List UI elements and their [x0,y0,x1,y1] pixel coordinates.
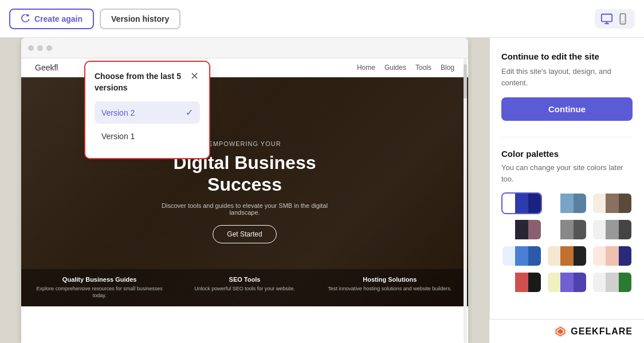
swatch-seg [619,246,631,266]
swatch-seg [560,220,573,239]
swatch-seg [606,220,618,239]
swatch-seg [515,246,528,266]
bottom-bar: GEEKFLARE [489,319,644,343]
version-item-2[interactable]: Version 2 ✓ [95,101,200,124]
swatch-seg [528,246,541,266]
nav-tools[interactable]: Tools [415,64,431,72]
scrollbar-thumb[interactable] [464,64,467,98]
mobile-icon[interactable] [616,13,629,25]
version-history-button[interactable]: Version history [100,9,180,29]
feature-seo: SEO Tools Unlock powerful SEO tools for … [178,276,311,299]
swatch-seg [619,220,631,239]
swatch-seg [548,273,560,292]
hero-get-started-button[interactable]: Get Started [213,225,276,243]
swatch-seg [502,220,515,239]
edit-title: Continue to edit the site [501,52,633,61]
swatch-seg [560,194,573,213]
right-column: Continue to edit the site Edit this site… [489,38,644,343]
feature-hosting-title: Hosting Solutions [323,276,457,283]
browser-mockup: Choose from the last 5 versions ✕ Versio… [21,38,468,343]
swatch-seg [606,273,618,292]
palette-swatch-7[interactable] [501,245,542,267]
swatch-seg [606,194,618,213]
swatch-seg [528,273,541,292]
palette-swatch-1[interactable] [501,192,542,214]
palette-grid [501,192,633,293]
brand-name: GEEKFLARE [571,326,633,337]
hero-desc: Discover tools and guides to elevate you… [153,202,336,216]
palette-swatch-2[interactable] [547,192,587,214]
swatch-seg [560,246,573,266]
swatch-seg [574,220,586,239]
nav-links: Home Guides Tools Blog [357,64,454,72]
swatch-seg [593,246,606,266]
swatch-seg [606,246,618,266]
geekflare-logo-icon [553,325,567,338]
palette-swatch-11[interactable] [547,271,587,293]
palettes-section: Color palettes You can change your site … [501,149,633,293]
palette-swatch-5[interactable] [547,219,587,241]
check-icon: ✓ [186,107,193,118]
swatch-seg [548,194,560,213]
palette-swatch-4[interactable] [501,219,542,241]
palette-swatch-9[interactable] [592,245,633,267]
website-features: Quality Business Guides Explore comprehe… [21,269,468,306]
continue-button[interactable]: Continue [501,97,633,121]
site-logo: Geekfl [35,63,58,72]
swatch-seg [574,194,586,213]
palette-swatch-8[interactable] [547,245,587,267]
swatch-seg [548,220,560,239]
browser-dot-1 [28,45,34,51]
feature-guides: Quality Business Guides Explore comprehe… [33,276,166,299]
version-popup: Choose from the last 5 versions ✕ Versio… [84,61,210,159]
version-item-1[interactable]: Version 1 [95,126,200,147]
popup-header: Choose from the last 5 versions ✕ [95,71,200,93]
swatch-seg [502,194,515,213]
main-layout: Choose from the last 5 versions ✕ Versio… [0,38,644,343]
swatch-seg [619,194,631,213]
hero-subtitle: Empowering Your [208,140,281,147]
swatch-seg [593,194,606,213]
nav-blog[interactable]: Blog [441,64,454,72]
palette-swatch-6[interactable] [592,219,633,241]
brand: GEEKFLARE [553,325,633,338]
swatch-seg [528,220,541,239]
toolbar: Create again Version history [0,0,644,38]
svg-rect-0 [602,14,612,21]
palette-swatch-12[interactable] [592,271,633,293]
svg-point-2 [622,21,623,22]
device-toggle [595,9,635,29]
browser-dot-2 [37,45,43,51]
palettes-title: Color palettes [501,149,633,159]
edit-section: Continue to edit the site Edit this site… [501,52,633,121]
swatch-seg [515,273,528,292]
right-panel: Continue to edit the site Edit this site… [489,38,644,319]
nav-home[interactable]: Home [357,64,375,72]
feature-hosting: Hosting Solutions Test innovative hostin… [323,276,457,299]
swatch-seg [528,194,541,213]
swatch-seg [502,246,515,266]
feature-seo-desc: Unlock powerful SEO tools for your websi… [178,285,311,293]
create-again-button[interactable]: Create again [9,9,94,29]
feature-guides-title: Quality Business Guides [33,276,166,283]
desktop-icon[interactable] [600,13,613,25]
swatch-seg [548,246,560,266]
preview-area: Choose from the last 5 versions ✕ Versio… [0,38,489,343]
palette-swatch-10[interactable] [501,271,542,293]
swatch-seg [619,273,631,292]
nav-guides[interactable]: Guides [384,64,406,72]
feature-seo-title: SEO Tools [178,276,311,283]
popup-title: Choose from the last 5 versions [95,71,189,93]
swatch-seg [574,246,586,266]
popup-close-button[interactable]: ✕ [189,71,200,81]
swatch-seg [574,273,586,292]
palette-swatch-3[interactable] [592,192,633,214]
palettes-desc: You can change your site colors later to… [501,162,633,184]
swatch-seg [515,220,528,239]
swatch-seg [515,194,528,213]
swatch-seg [560,273,573,292]
browser-dot-3 [46,45,52,51]
browser-bar [21,38,468,58]
scrollbar[interactable] [464,58,467,343]
feature-guides-desc: Explore comprehensive resources for smal… [33,285,166,299]
